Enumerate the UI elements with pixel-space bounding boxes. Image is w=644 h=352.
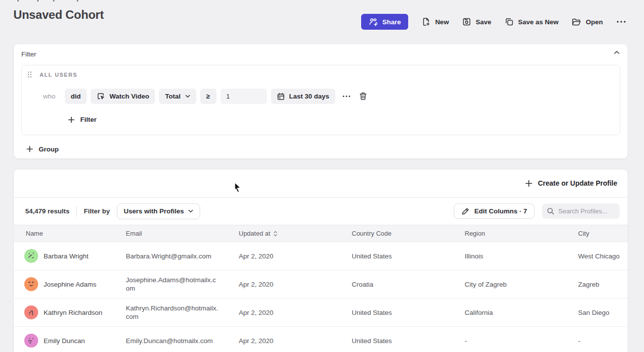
save-as-new-button-label: Save as New bbox=[518, 18, 559, 26]
profile-email: Emily.Duncan@hotmailx.com bbox=[126, 337, 213, 345]
profiles-search[interactable] bbox=[542, 203, 620, 219]
create-or-update-profile-label: Create or Update Profile bbox=[538, 179, 617, 187]
column-header-name[interactable]: Name bbox=[14, 230, 126, 237]
add-group-button[interactable]: Group bbox=[26, 142, 59, 156]
plus-icon bbox=[68, 116, 75, 123]
column-header-region[interactable]: Region bbox=[465, 230, 578, 237]
operator-chip[interactable]: ≥ bbox=[200, 89, 216, 104]
column-header-city[interactable]: City bbox=[578, 230, 628, 237]
add-group-label: Group bbox=[39, 146, 59, 153]
results-toolbar: 54,479 results Filter by Users with Prof… bbox=[14, 197, 628, 225]
avatar bbox=[24, 305, 38, 319]
column-header-country-code[interactable]: Country Code bbox=[352, 230, 465, 237]
table-row[interactable]: Emily Duncan Emily.Duncan@hotmailx.com A… bbox=[14, 327, 628, 352]
event-chip-label: Watch Video bbox=[109, 93, 149, 100]
profile-updated-at: Apr 2, 2020 bbox=[239, 337, 273, 345]
profile-updated-at: Apr 2, 2020 bbox=[239, 281, 273, 288]
profile-country-code: United States bbox=[352, 309, 392, 316]
operator-chip-label: ≥ bbox=[206, 93, 210, 100]
did-chip-label: did bbox=[71, 93, 81, 100]
copy-icon bbox=[505, 17, 514, 26]
table-body: Barbara Wright Barbara.Wright@gmailx.com… bbox=[14, 242, 628, 352]
open-button[interactable]: Open bbox=[572, 18, 603, 26]
profile-country-code: Croatia bbox=[352, 281, 374, 288]
row-more-options-icon[interactable] bbox=[342, 95, 351, 98]
value-input-chip[interactable]: 1 bbox=[220, 89, 267, 104]
table-row[interactable]: Kathryn Richardson Kathryn.Richardson@ho… bbox=[14, 299, 628, 327]
table-row[interactable]: Barbara Wright Barbara.Wright@gmailx.com… bbox=[14, 242, 628, 270]
create-or-update-profile-button[interactable]: Create or Update Profile bbox=[525, 176, 617, 190]
profile-email: Barbara.Wright@gmailx.com bbox=[126, 252, 212, 260]
profile-region: - bbox=[465, 337, 467, 345]
share-button-label: Share bbox=[382, 18, 401, 26]
share-button[interactable]: Share bbox=[361, 14, 409, 30]
plus-icon bbox=[525, 180, 533, 187]
profile-country-code: United States bbox=[352, 337, 392, 345]
profile-email: Josephine.Adams@hotmailx.com bbox=[126, 276, 219, 293]
calendar-icon bbox=[277, 93, 285, 101]
save-as-new-button[interactable]: Save as New bbox=[505, 17, 559, 26]
save-button[interactable]: Save bbox=[462, 17, 491, 26]
profile-filter-dropdown[interactable]: Users with Profiles bbox=[117, 203, 201, 219]
profile-country-code: United States bbox=[352, 252, 392, 260]
avatar bbox=[24, 334, 38, 348]
event-chip[interactable]: Watch Video bbox=[91, 89, 155, 104]
page-title: Unsaved Cohort bbox=[13, 8, 104, 22]
more-options-icon[interactable] bbox=[616, 20, 626, 23]
profile-region: California bbox=[465, 309, 493, 316]
filter-panel-title: Filter bbox=[21, 50, 36, 58]
filter-panel: Filter ALL USERS who did bbox=[13, 44, 628, 159]
profile-city: San Diego bbox=[578, 309, 609, 316]
profile-city: - bbox=[578, 337, 581, 345]
header-actions: Share New Save Save as New bbox=[361, 14, 626, 30]
clipped-top-content bbox=[0, 0, 149, 2]
new-file-icon bbox=[422, 17, 430, 26]
profile-city: Zagreb bbox=[578, 281, 599, 288]
new-button-label: New bbox=[435, 18, 449, 26]
delete-filter-trash-icon[interactable] bbox=[359, 92, 367, 101]
search-profiles-input[interactable] bbox=[558, 207, 615, 215]
add-filter-label: Filter bbox=[80, 116, 97, 123]
date-range-chip-label: Last 30 days bbox=[289, 93, 329, 100]
column-header-updated-at[interactable]: Updated at bbox=[239, 230, 352, 237]
collapse-chevron-up-icon[interactable] bbox=[614, 50, 620, 54]
profile-name: Barbara Wright bbox=[44, 252, 89, 260]
profile-region: City of Zagreb bbox=[465, 281, 507, 288]
profile-name: Josephine Adams bbox=[44, 281, 97, 288]
did-chip[interactable]: did bbox=[65, 89, 87, 104]
sort-icon[interactable] bbox=[273, 231, 277, 237]
filter-group-box: ALL USERS who did Watch Video Total bbox=[21, 65, 620, 135]
aggregation-chip[interactable]: Total bbox=[159, 89, 196, 104]
profile-updated-at: Apr 2, 2020 bbox=[239, 309, 273, 316]
avatar bbox=[24, 277, 38, 291]
search-icon bbox=[547, 207, 554, 215]
profile-city: West Chicago bbox=[578, 252, 620, 260]
value-input-text: 1 bbox=[226, 93, 230, 100]
chevron-down-icon bbox=[185, 95, 190, 98]
profile-name: Kathryn Richardson bbox=[44, 309, 103, 316]
filter-condition-row: who did Watch Video Total bbox=[43, 89, 367, 104]
aggregation-chip-label: Total bbox=[165, 93, 180, 100]
who-label: who bbox=[43, 93, 55, 100]
share-users-icon bbox=[369, 18, 378, 26]
chevron-down-icon bbox=[188, 209, 193, 213]
drag-handle-icon[interactable] bbox=[28, 71, 32, 78]
profile-email: Kathryn.Richardson@hotmailx.com bbox=[126, 304, 219, 321]
filter-by-label: Filter by bbox=[84, 207, 110, 215]
results-count: 54,479 results bbox=[25, 207, 69, 215]
toolbar-divider bbox=[76, 206, 77, 217]
table-row[interactable]: Josephine Adams Josephine.Adams@hotmailx… bbox=[14, 270, 628, 299]
event-cursor-icon bbox=[97, 92, 105, 101]
add-filter-button[interactable]: Filter bbox=[68, 112, 97, 127]
edit-columns-label: Edit Columns · 7 bbox=[474, 207, 527, 215]
new-button[interactable]: New bbox=[422, 17, 449, 26]
edit-columns-button[interactable]: Edit Columns · 7 bbox=[454, 203, 535, 219]
create-row: Create or Update Profile bbox=[14, 169, 628, 197]
profiles-panel: Create or Update Profile 54,479 results … bbox=[13, 169, 628, 352]
profile-region: Illinois bbox=[465, 252, 483, 260]
column-header-email[interactable]: Email bbox=[126, 230, 239, 237]
table-header: Name Email Updated at Country Code Regio… bbox=[14, 225, 628, 242]
folder-icon bbox=[572, 18, 581, 26]
pencil-icon bbox=[461, 207, 469, 215]
date-range-chip[interactable]: Last 30 days bbox=[271, 89, 335, 104]
